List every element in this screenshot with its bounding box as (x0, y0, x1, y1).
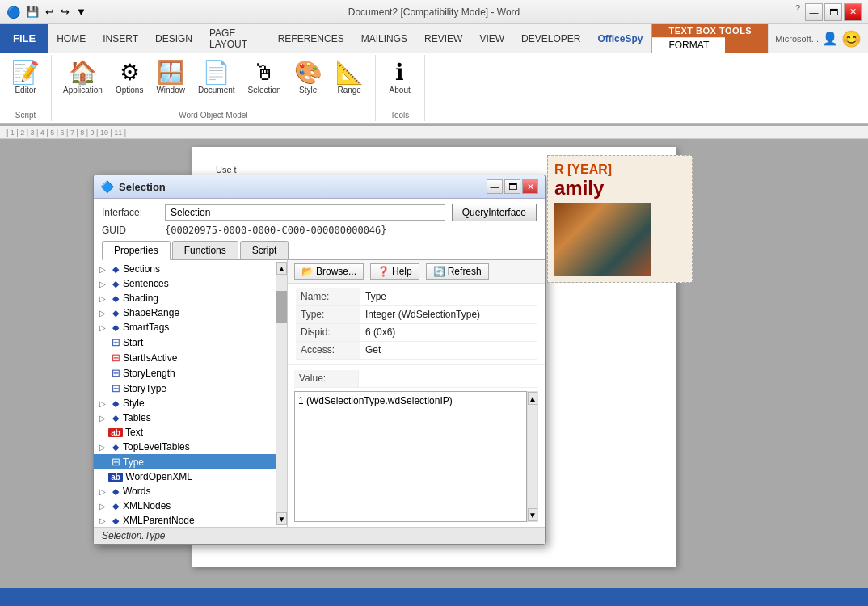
application-button[interactable]: 🏠 Application (58, 58, 107, 98)
customize-btn[interactable]: ▼ (74, 4, 89, 19)
properties-grid: Name: Type Type: Integer (WdSelectionTyp… (288, 284, 545, 365)
tab-file[interactable]: FILE (0, 24, 48, 53)
tree-item-icon: ◆ (108, 264, 123, 275)
user-area: Microsoft... 👤 😊 (768, 24, 868, 53)
tab-officespy[interactable]: OfficeSpy (589, 24, 651, 53)
style-button[interactable]: 🎨 Style (289, 58, 327, 98)
scrollbar-track (276, 275, 288, 512)
help-icon[interactable]: ? (795, 3, 800, 21)
range-button[interactable]: 📐 Range (331, 58, 369, 98)
tree-item-topleveltables[interactable]: ▷ ◆ TopLevelTables (94, 440, 276, 454)
dialog-title-icon: 🔷 (100, 180, 114, 193)
ribbon-section-tools: ℹ About Tools (376, 55, 425, 121)
tree-item-xmlparentnode[interactable]: ▷ ◆ XMLParentNode (94, 513, 276, 525)
tree-item-type[interactable]: ⊞ Type (94, 454, 276, 469)
tab-review[interactable]: REVIEW (416, 24, 471, 53)
save-btn[interactable]: 💾 (23, 4, 41, 19)
dialog-minimize-btn[interactable]: — (487, 179, 503, 194)
tree-item-style[interactable]: ▷ ◆ Style (94, 396, 276, 410)
help-btn[interactable]: ❓ Help (370, 263, 419, 280)
tools-section-label: Tools (390, 111, 409, 120)
tab-home[interactable]: HOME (48, 24, 95, 53)
tab-pagelayout[interactable]: PAGE LAYOUT (201, 24, 270, 53)
tab-format[interactable]: FORMAT (652, 37, 725, 53)
tab-design[interactable]: DESIGN (147, 24, 201, 53)
tree-item-words[interactable]: ▷ ◆ Words (94, 484, 276, 499)
tree-item-icon: ◆ (108, 516, 123, 526)
tree-item-smarttags[interactable]: ▷ ◆ SmartTags (94, 320, 276, 335)
redo-btn[interactable]: ↪ (58, 4, 72, 19)
tab-references[interactable]: REFERENCES (270, 24, 353, 53)
wom-section-label: Word Object Model (179, 111, 247, 120)
dialog-right-toolbar: 📂 Browse... ❓ Help 🔄 Refresh (288, 260, 545, 284)
tree-item-shaperange[interactable]: ▷ ◆ ShapeRange (94, 305, 276, 320)
application-icon: 🏠 (69, 61, 97, 84)
expand-icon: ▷ (97, 294, 108, 303)
tree-item-storytype[interactable]: ⊞ StoryType (94, 381, 276, 396)
prop-row-dispid: Dispid: 6 (0x6) (296, 324, 537, 342)
ribbon-content: 📝 Editor Script 🏠 Application ⚙ Options … (0, 53, 868, 124)
expand-icon (97, 353, 108, 362)
close-btn[interactable]: ✕ (844, 3, 862, 21)
tab-mailings[interactable]: MAILINGS (353, 24, 416, 53)
interface-input[interactable] (165, 204, 445, 221)
refresh-btn[interactable]: 🔄 Refresh (426, 263, 489, 280)
window-button[interactable]: 🪟 Window (151, 58, 190, 98)
ribbon-section-wom: 🏠 Application ⚙ Options 🪟 Window 📄 Docum… (52, 55, 376, 121)
expand-icon: ▷ (97, 399, 108, 408)
title-text: Document2 [Compatibility Mode] - Word (348, 6, 520, 18)
tab-view[interactable]: VIEW (471, 24, 513, 53)
tree-item-shading[interactable]: ▷ ◆ Shading (94, 291, 276, 305)
minimize-btn[interactable]: — (805, 3, 823, 21)
tree-item-startisactive[interactable]: ⊞ StartIsActive (94, 350, 276, 365)
tree-item-wordopenxml[interactable]: ab WordOpenXML (94, 469, 276, 484)
tree-item-text[interactable]: ab Text (94, 425, 276, 440)
prop-row-name: Name: Type (296, 288, 537, 306)
guid-label: GUID (102, 225, 158, 236)
selection-button[interactable]: 🖱 Selection (243, 58, 286, 98)
restore-btn[interactable]: 🗖 (824, 3, 842, 21)
tree-item-tables[interactable]: ▷ ◆ Tables (94, 410, 276, 425)
dialog-close-btn[interactable]: ✕ (522, 179, 538, 194)
tab-functions[interactable]: Functions (172, 241, 238, 259)
value-scroll-down[interactable]: ▼ (528, 508, 537, 521)
tree-item-start[interactable]: ⊞ Start (94, 335, 276, 350)
tree-item-icon: ◆ (108, 442, 123, 452)
tab-properties[interactable]: Properties (102, 241, 171, 260)
tree-item-sections[interactable]: ▷ ◆ Sections (94, 262, 276, 276)
value-text-box[interactable]: 1 (WdSelectionType.wdSelectionIP) (294, 391, 527, 522)
value-scrollbar: ▲ ▼ (527, 391, 538, 522)
undo-btn[interactable]: ↩ (43, 4, 57, 19)
tree-item-xmlnodes[interactable]: ▷ ◆ XMLNodes (94, 499, 276, 513)
refresh-icon: 🔄 (433, 266, 445, 277)
editor-button[interactable]: 📝 Editor (6, 58, 44, 98)
value-scroll-up[interactable]: ▲ (528, 392, 537, 405)
tab-insert[interactable]: INSERT (95, 24, 147, 53)
browse-btn[interactable]: 📂 Browse... (294, 263, 364, 280)
about-button[interactable]: ℹ About (382, 58, 418, 98)
tab-script[interactable]: Script (240, 241, 289, 259)
scrollbar-thumb[interactable] (276, 291, 288, 323)
scroll-down-btn[interactable]: ▼ (276, 512, 287, 525)
query-interface-btn[interactable]: QueryInterface (452, 204, 537, 221)
document-button[interactable]: 📄 Document (193, 58, 240, 98)
range-icon: 📐 (335, 61, 364, 84)
scroll-up-btn[interactable]: ▲ (276, 262, 287, 275)
word-icon: 🔵 (6, 6, 20, 19)
prop-access-label: Access: (296, 342, 360, 359)
prop-access-value: Get (360, 342, 537, 359)
dialog-restore-btn[interactable]: 🗖 (504, 179, 520, 194)
dialog-body: ▷ ◆ Sections ▷ ◆ Sentences (94, 260, 545, 527)
document-photo (554, 203, 651, 276)
tools-buttons: ℹ About (382, 58, 418, 98)
tree-item-storylength[interactable]: ⊞ StoryLength (94, 365, 276, 381)
quick-access-toolbar: 💾 ↩ ↪ ▼ (23, 4, 89, 19)
textbox-red-heading: amily (554, 177, 685, 200)
content-area: | 1 | 2 | 3 | 4 | 5 | 6 | 7 | 8 | 9 | 10… (0, 126, 868, 606)
tab-developer[interactable]: DEVELOPER (513, 24, 589, 53)
options-button[interactable]: ⚙ Options (111, 58, 148, 98)
tree-item-icon: ⊞ (108, 456, 123, 468)
textbox-orange-heading: R [YEAR] (554, 162, 685, 177)
tree-item-sentences[interactable]: ▷ ◆ Sentences (94, 276, 276, 291)
prop-row-value: Value: (294, 370, 538, 388)
